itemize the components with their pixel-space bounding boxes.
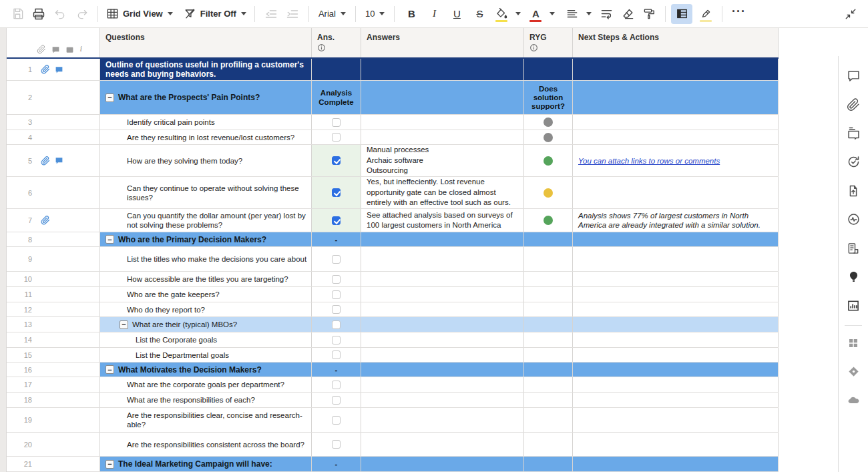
- paperclip-icon[interactable]: [41, 216, 50, 225]
- row-number-cell[interactable]: 14: [7, 332, 100, 347]
- ryg-yellow-dot[interactable]: [544, 188, 553, 198]
- row-number[interactable]: 10: [7, 275, 32, 283]
- answers-cell[interactable]: [361, 81, 524, 114]
- fill-color-button[interactable]: [491, 4, 512, 24]
- ryg-cell[interactable]: [524, 272, 573, 286]
- row-number-cell[interactable]: 15: [7, 348, 100, 362]
- row-number[interactable]: 7: [7, 216, 32, 224]
- paperclip-icon[interactable]: [41, 65, 50, 74]
- row-number[interactable]: 12: [7, 306, 32, 314]
- ans-cell[interactable]: [312, 59, 361, 80]
- ryg-gray-dot[interactable]: [544, 133, 553, 142]
- next-steps-cell[interactable]: [573, 302, 779, 316]
- next-steps-cell[interactable]: [573, 393, 779, 407]
- ryg-cell[interactable]: [524, 59, 573, 80]
- comment-column-icon[interactable]: [51, 45, 60, 54]
- ans-cell[interactable]: [312, 377, 361, 392]
- collapse-toggle[interactable]: −: [105, 235, 114, 244]
- ans-cell[interactable]: [312, 115, 361, 130]
- attachment-panel-button[interactable]: [839, 91, 868, 120]
- row-number[interactable]: 4: [7, 134, 32, 142]
- ryg-cell[interactable]: [524, 145, 573, 176]
- question-cell[interactable]: −What are the Prospects' Pain Points?: [100, 81, 312, 114]
- row-number[interactable]: 3: [7, 118, 32, 126]
- collapse-toggle[interactable]: −: [120, 320, 128, 329]
- row-number-cell[interactable]: 19: [7, 408, 100, 432]
- cell-format-button[interactable]: [671, 4, 692, 24]
- row-number-cell[interactable]: 2: [7, 81, 100, 114]
- question-cell[interactable]: List the titles who make the decisions y…: [100, 247, 312, 271]
- ans-cell[interactable]: [312, 302, 361, 316]
- ryg-gray-dot[interactable]: [544, 117, 553, 127]
- font-family-selector[interactable]: Arial: [314, 4, 350, 24]
- question-cell[interactable]: Identify critical pain points: [100, 115, 312, 130]
- row-number-cell[interactable]: 3: [7, 115, 100, 130]
- answers-cell[interactable]: [361, 408, 524, 432]
- row-number-cell[interactable]: 17: [7, 377, 100, 392]
- checkbox[interactable]: [332, 275, 341, 284]
- question-cell[interactable]: List the Corporate goals: [100, 332, 312, 347]
- answers-cell[interactable]: Manual processes Archaic software Outsou…: [361, 145, 524, 176]
- ans-cell[interactable]: [312, 145, 361, 176]
- checkbox[interactable]: [332, 216, 341, 225]
- checkbox[interactable]: [332, 336, 341, 344]
- question-cell[interactable]: Who are the gate keepers?: [100, 287, 312, 302]
- ans-cell[interactable]: [312, 317, 361, 332]
- comment-icon[interactable]: [55, 156, 63, 165]
- view-selector[interactable]: Grid View: [103, 4, 176, 24]
- row-number[interactable]: 15: [7, 351, 32, 359]
- ryg-cell[interactable]: [524, 433, 573, 456]
- answers-cell[interactable]: [361, 317, 524, 332]
- next-steps-cell[interactable]: [573, 317, 779, 332]
- row-number-cell[interactable]: 6: [7, 177, 100, 208]
- question-cell[interactable]: Are the responsibilities clear, concise …: [100, 408, 312, 432]
- next-steps-cell[interactable]: [573, 272, 779, 286]
- checkbox[interactable]: [332, 381, 341, 389]
- row-number[interactable]: 6: [7, 189, 32, 197]
- activity-log-button[interactable]: [839, 206, 868, 235]
- update-requests-button[interactable]: [839, 149, 868, 178]
- checkbox[interactable]: [332, 188, 341, 197]
- row-number-cell[interactable]: 10: [7, 272, 100, 286]
- answers-cell[interactable]: Yes, but ineffeciently. Lost revenue opp…: [361, 177, 524, 208]
- ans-cell[interactable]: [312, 247, 361, 271]
- checkbox[interactable]: [332, 255, 341, 264]
- ans-cell[interactable]: -: [312, 232, 361, 246]
- checkbox[interactable]: [332, 156, 341, 165]
- ryg-cell[interactable]: [524, 115, 573, 130]
- paperclip-icon[interactable]: [41, 156, 50, 166]
- row-number-cell[interactable]: 5: [7, 145, 100, 176]
- next-steps-cell[interactable]: [573, 332, 779, 347]
- question-cell[interactable]: Who do they report to?: [100, 302, 312, 316]
- ryg-cell[interactable]: [524, 408, 573, 432]
- ryg-green-dot[interactable]: [544, 156, 553, 166]
- info-italic-icon[interactable]: i: [79, 43, 82, 54]
- ans-cell[interactable]: Analysis Complete: [312, 81, 361, 114]
- question-cell[interactable]: Are they resulting in lost revenue/lost …: [100, 130, 312, 144]
- align-button[interactable]: [562, 4, 583, 24]
- row-number[interactable]: 17: [7, 381, 32, 389]
- row-number[interactable]: 16: [7, 366, 32, 374]
- next-steps-cell[interactable]: [573, 81, 779, 114]
- info-icon[interactable]: [317, 43, 326, 54]
- row-number-cell[interactable]: 4: [7, 130, 100, 144]
- next-steps-cell[interactable]: [573, 408, 779, 432]
- answers-cell[interactable]: [361, 363, 524, 377]
- ryg-cell[interactable]: [524, 247, 573, 271]
- row-number-cell[interactable]: 18: [7, 393, 100, 407]
- ryg-cell[interactable]: [524, 363, 573, 377]
- row-number[interactable]: 19: [7, 416, 32, 424]
- question-cell[interactable]: How accessible are the titles you are ta…: [100, 272, 312, 286]
- next-steps-cell[interactable]: [573, 363, 779, 377]
- collapse-toolbar-button[interactable]: [840, 4, 861, 24]
- ryg-cell[interactable]: [524, 332, 573, 347]
- next-steps-cell[interactable]: You can attach links to rows or comments: [573, 145, 779, 176]
- ans-cell[interactable]: [312, 272, 361, 286]
- row-number[interactable]: 5: [7, 157, 32, 165]
- question-cell[interactable]: What are the responsibilities of each?: [100, 393, 312, 407]
- attachment-column-icon[interactable]: [37, 45, 46, 54]
- format-painter-button[interactable]: [638, 4, 660, 24]
- ans-cell[interactable]: [312, 393, 361, 407]
- bold-button[interactable]: B: [400, 4, 423, 24]
- ans-cell[interactable]: [312, 177, 361, 208]
